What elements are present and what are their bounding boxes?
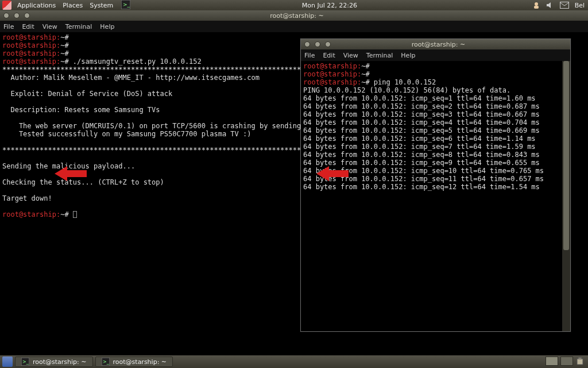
ping-line: 64 bytes from 10.0.0.152: icmp_seq=9 ttl… [303,159,540,167]
top-panel: Applications Places System >_ Mon Jul 22… [0,0,588,10]
clock[interactable]: Mon Jul 22, 22:26 [302,2,357,9]
script-checking: Checking the status... (CTRL+Z to stop) [2,178,164,186]
workspace-switcher[interactable] [560,356,573,366]
cursor-icon [73,211,77,218]
bottom-panel: >_ root@starship: ~ >_ root@starship: ~ [0,355,588,368]
prompt: root@starship: [2,210,60,218]
window-title-label: root@starship: ~ [34,12,559,20]
prompt: root@starship: [2,33,60,41]
svg-rect-12 [577,359,583,365]
panel-terminal-icon[interactable]: >_ [121,0,130,11]
svg-rect-3 [534,6,539,9]
script-sending: Sending the malicious payload... [2,162,135,170]
script-border: ****************************************… [2,146,334,154]
menu-file[interactable]: File [3,23,14,30]
secondary-terminal-body[interactable]: root@starship:~# root@starship:~# root@s… [301,61,570,331]
trash-icon[interactable] [575,356,585,367]
script-exploit: Exploit: Denial of Service (DoS) attack [2,90,172,98]
window-title-label: root@starship: ~ [335,41,541,48]
menu-edit[interactable]: Edit [22,23,34,30]
secondary-terminal-menubar: File Edit View Terminal Help [301,49,570,61]
ping-header: PING 10.0.0.152 (10.0.0.152) 56(84) byte… [303,86,510,94]
user-indicator-icon[interactable] [532,1,540,9]
ping-line: 64 bytes from 10.0.0.152: icmp_seq=1 ttl… [303,94,536,102]
close-button[interactable] [24,13,30,18]
script-target-down: Target down! [2,194,52,202]
distro-icon[interactable] [2,1,11,10]
secondary-terminal-window: root@starship: ~ File Edit View Terminal… [300,39,571,332]
prompt: root@starship: [2,49,60,57]
menu-view[interactable]: View [42,23,57,30]
menu-edit[interactable]: Edit [323,52,335,59]
prompt: root@starship: [2,41,60,49]
ping-line: 64 bytes from 10.0.0.152: icmp_seq=11 tt… [303,175,544,183]
ping-line: 64 bytes from 10.0.0.152: icmp_seq=12 tt… [303,183,540,191]
main-terminal-menubar: File Edit View Terminal Help [0,21,588,32]
terminal-icon: >_ [102,358,110,366]
svg-point-2 [535,2,538,6]
ping-line: 64 bytes from 10.0.0.152: icmp_seq=10 tt… [303,167,544,175]
menu-places[interactable]: Places [59,2,86,9]
script-detail: Tested successfully on my Samsung PS50C7… [2,130,251,138]
prompt-path: ~# [60,49,68,57]
menu-file[interactable]: File [304,52,315,59]
prompt-path: ~# [361,62,369,70]
minimize-button[interactable] [304,41,310,47]
svg-text:>_: >_ [22,359,29,365]
svg-marker-4 [547,2,551,8]
prompt-path: ~# [361,78,369,86]
taskbar-item-label: root@starship: ~ [113,358,167,366]
user-name-label[interactable]: Bel [575,2,585,9]
script-description: Description: Resets some Samsung TVs [2,106,160,114]
svg-text:>_: >_ [123,2,130,7]
prompt-path: ~# [361,70,369,78]
menu-terminal[interactable]: Terminal [65,23,92,30]
maximize-button[interactable] [14,13,20,18]
workspace-switcher[interactable] [546,356,558,366]
secondary-terminal-titlebar[interactable]: root@starship: ~ [301,39,570,49]
minimize-button[interactable] [3,13,9,18]
command-text: ping 10.0.0.152 [370,78,436,86]
svg-rect-13 [578,358,582,359]
menu-terminal[interactable]: Terminal [366,52,393,59]
mail-icon[interactable] [560,2,569,9]
close-button[interactable] [325,41,331,47]
svg-text:>_: >_ [103,359,110,365]
prompt: root@starship: [303,62,361,70]
prompt: root@starship: [2,57,60,66]
menu-view[interactable]: View [343,52,358,59]
menu-system[interactable]: System [86,2,117,9]
prompt-path: ~# [60,57,68,66]
ping-line: 64 bytes from 10.0.0.152: icmp_seq=7 ttl… [303,143,536,151]
prompt-path: ~# [60,33,68,41]
volume-icon[interactable] [546,1,554,9]
svg-rect-5 [560,2,568,9]
ping-line: 64 bytes from 10.0.0.152: icmp_seq=6 ttl… [303,135,536,143]
prompt-path: ~# [60,41,68,49]
command-text: ./samsungtv_reset.py 10.0.0.152 [69,57,202,66]
prompt: root@starship: [303,70,361,78]
menu-help[interactable]: Help [401,52,415,59]
ping-line: 64 bytes from 10.0.0.152: icmp_seq=3 ttl… [303,110,540,118]
ping-line: 64 bytes from 10.0.0.152: icmp_seq=8 ttl… [303,151,540,159]
maximize-button[interactable] [315,41,320,47]
main-terminal-titlebar[interactable]: root@starship: ~ [0,10,588,21]
scrollbar[interactable] [562,61,570,331]
taskbar-item[interactable]: >_ root@starship: ~ [95,356,173,367]
taskbar-item-label: root@starship: ~ [33,358,87,366]
prompt-path: ~# [60,210,68,218]
prompt: root@starship: [303,78,361,86]
menu-help[interactable]: Help [100,23,114,30]
menu-applications[interactable]: Applications [14,2,59,9]
scrollbar-thumb[interactable] [563,61,569,250]
ping-line: 64 bytes from 10.0.0.152: icmp_seq=4 ttl… [303,118,540,126]
system-tray: Bel [529,1,588,9]
script-author: Author: Malik Mesellem - @MME_IT - http:… [2,74,260,82]
show-desktop-button[interactable] [2,356,13,367]
terminal-icon: >_ [21,358,29,366]
ping-line: 64 bytes from 10.0.0.152: icmp_seq=5 ttl… [303,126,540,135]
script-border: ****************************************… [2,66,334,74]
ping-line: 64 bytes from 10.0.0.152: icmp_seq=2 ttl… [303,102,540,110]
taskbar-item[interactable]: >_ root@starship: ~ [15,356,93,367]
